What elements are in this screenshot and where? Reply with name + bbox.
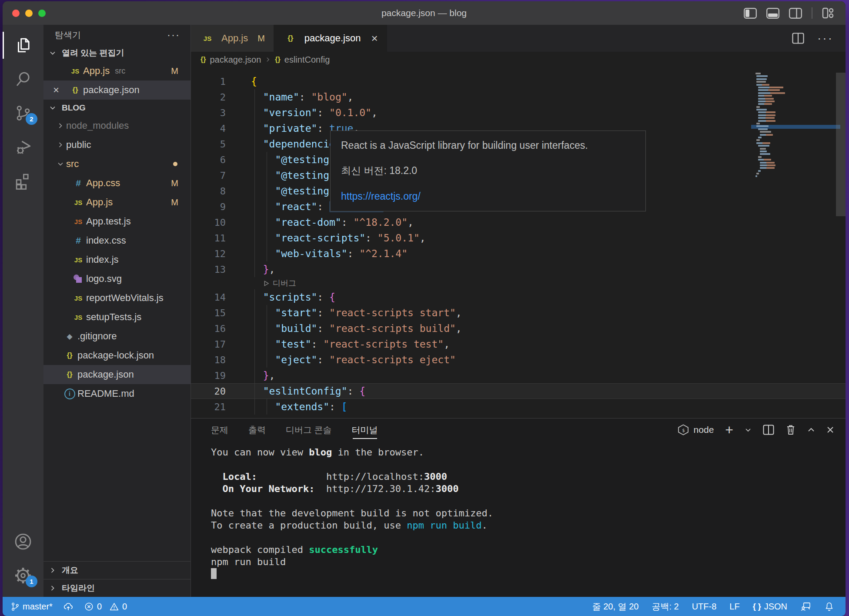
tab-App.js[interactable]: JSApp.jsM	[191, 25, 274, 52]
code-line-15[interactable]: 15 "start": "react-scripts start",	[191, 305, 846, 321]
open-editor-App.js[interactable]: JSApp.jssrcM	[43, 61, 191, 80]
account-icon[interactable]	[3, 525, 43, 559]
problems-item[interactable]: 0 0	[84, 602, 127, 612]
code-line-13[interactable]: 13 },	[191, 261, 846, 277]
file-App.js[interactable]: JSApp.jsM	[43, 193, 191, 212]
line-number: 7	[191, 170, 226, 181]
settings-gear-icon[interactable]: 1	[3, 559, 43, 593]
maximize-panel-icon[interactable]	[807, 426, 815, 433]
code-line-16[interactable]: 16 "build": "react-scripts build",	[191, 321, 846, 336]
sync-changes-item[interactable]	[63, 601, 74, 612]
file-name: src	[66, 158, 79, 170]
file-package-lock.json[interactable]: {}package-lock.json	[43, 346, 191, 365]
notifications-item[interactable]	[824, 601, 834, 612]
panel-tab-문제[interactable]: 문제	[211, 418, 228, 441]
code-line-18[interactable]: 18 "eject": "react-scripts eject"	[191, 352, 846, 368]
code-line-3[interactable]: 3 "version": "0.1.0",	[191, 105, 846, 121]
code-line-19[interactable]: 19 },	[191, 368, 846, 383]
cursor-position-item[interactable]: 줄 20, 열 20	[592, 601, 639, 613]
code-line-2[interactable]: 2 "name": "blog",	[191, 89, 846, 105]
terminal-output[interactable]: You can now view blog in the browser. Lo…	[191, 441, 846, 597]
close-tab-icon[interactable]: ×	[371, 34, 378, 43]
eol-item[interactable]: LF	[729, 602, 739, 612]
split-editor-icon[interactable]	[792, 33, 804, 44]
timeline-section[interactable]: 타임라인	[43, 579, 191, 597]
js-file-icon: JS	[70, 295, 86, 302]
file-.gitignore[interactable]: ◆.gitignore	[43, 327, 191, 346]
breadcrumb-item[interactable]: eslintConfig	[284, 55, 330, 65]
panel-tab-디버그 콘솔[interactable]: 디버그 콘솔	[286, 418, 332, 441]
panel-tab-출력[interactable]: 출력	[248, 418, 266, 441]
editor-pane[interactable]: 1{2 "name": "blog",3 "version": "0.1.0",…	[191, 67, 846, 418]
explorer-icon[interactable]	[3, 28, 43, 62]
split-terminal-icon[interactable]	[763, 425, 774, 435]
code-line-17[interactable]: 17 "test": "react-scripts test",	[191, 336, 846, 352]
language-mode-item[interactable]: { } JSON	[753, 602, 787, 612]
modified-badge: M	[171, 66, 178, 76]
titlebar-separator	[812, 7, 812, 19]
file-index.css[interactable]: #index.css	[43, 231, 191, 250]
tooltip-link[interactable]: https://reactjs.org/	[341, 191, 421, 202]
file-name: .gitignore	[77, 331, 117, 342]
code-line-20[interactable]: 20 "eslintConfig": {	[191, 383, 846, 399]
breadcrumb[interactable]: {}package.json{}eslintConfig	[191, 52, 846, 67]
kill-terminal-trash-icon[interactable]	[785, 424, 796, 435]
file-App.test.js[interactable]: JSApp.test.js	[43, 212, 191, 231]
terminal-dropdown-icon[interactable]	[745, 426, 752, 433]
code-line-1[interactable]: 1{	[191, 74, 846, 89]
git-branch-item[interactable]: master*	[10, 602, 53, 612]
code-line-14[interactable]: 14 "scripts": {	[191, 289, 846, 305]
modified-dot-badge	[173, 162, 177, 166]
feedback-item[interactable]	[800, 602, 811, 612]
folder-node_modules[interactable]: node_modules	[43, 116, 191, 135]
file-logo.svg[interactable]: logo.svg	[43, 269, 191, 288]
indentation-item[interactable]: 공백: 2	[652, 601, 679, 613]
panel-tab-터미널[interactable]: 터미널	[352, 418, 378, 441]
customize-layout-icon[interactable]	[822, 7, 834, 19]
file-reportWebVitals.js[interactable]: JSreportWebVitals.js	[43, 288, 191, 308]
settings-badge: 1	[26, 576, 37, 587]
tab-package.json[interactable]: {}package.json×	[274, 25, 387, 52]
folder-src[interactable]: src	[43, 154, 191, 174]
open-editors-section-header[interactable]: 열려 있는 편집기	[43, 45, 191, 61]
file-App.css[interactable]: #App.cssM	[43, 174, 191, 193]
close-window-button[interactable]	[12, 10, 20, 17]
bell-icon	[824, 601, 834, 612]
outline-section[interactable]: 개요	[43, 561, 191, 579]
line-number: 15	[191, 308, 226, 318]
feedback-icon	[800, 602, 811, 612]
editor-more-actions-icon[interactable]: ···	[817, 36, 833, 41]
minimap[interactable]	[755, 73, 834, 178]
run-debug-icon[interactable]	[3, 130, 43, 164]
code-line-11[interactable]: 11 "react-scripts": "5.0.1",	[191, 230, 846, 246]
code-line-10[interactable]: 10 "react-dom": "^18.2.0",	[191, 214, 846, 230]
extensions-icon[interactable]	[3, 164, 43, 198]
codelens-debug[interactable]: 디버그	[191, 277, 846, 289]
source-control-icon[interactable]: 2	[3, 96, 43, 130]
open-editor-package.json[interactable]: ×{}package.json	[43, 80, 191, 100]
toggle-secondary-sidebar-icon[interactable]	[789, 8, 802, 19]
file-setupTests.js[interactable]: JSsetupTests.js	[43, 308, 191, 327]
editor-scrollbar[interactable]	[836, 73, 846, 216]
close-editor-icon[interactable]: ×	[53, 86, 67, 94]
breadcrumb-item[interactable]: package.json	[210, 55, 261, 65]
sidebar-more-actions-icon[interactable]: ···	[167, 33, 180, 37]
toggle-panel-icon[interactable]	[766, 8, 779, 19]
project-section-header[interactable]: BLOG	[43, 100, 191, 116]
new-terminal-icon[interactable]: +	[725, 425, 733, 434]
encoding-item[interactable]: UTF-8	[692, 602, 717, 612]
title-bar[interactable]: package.json — blog	[3, 1, 846, 25]
toggle-sidebar-icon[interactable]	[744, 8, 757, 19]
code-line-21[interactable]: 21 "extends": [	[191, 399, 846, 415]
close-panel-icon[interactable]	[826, 426, 834, 434]
search-icon[interactable]	[3, 62, 43, 96]
terminal-shell-item[interactable]: $ node	[677, 424, 714, 436]
minimize-window-button[interactable]	[25, 10, 33, 17]
file-index.js[interactable]: JSindex.js	[43, 250, 191, 269]
sidebar-title: 탐색기	[55, 29, 81, 41]
maximize-window-button[interactable]	[38, 10, 46, 17]
file-package.json[interactable]: {}package.json	[43, 365, 191, 384]
file-README.md[interactable]: iREADME.md	[43, 384, 191, 403]
code-line-12[interactable]: 12 "web-vitals": "^2.1.4"	[191, 246, 846, 261]
folder-public[interactable]: public	[43, 135, 191, 154]
